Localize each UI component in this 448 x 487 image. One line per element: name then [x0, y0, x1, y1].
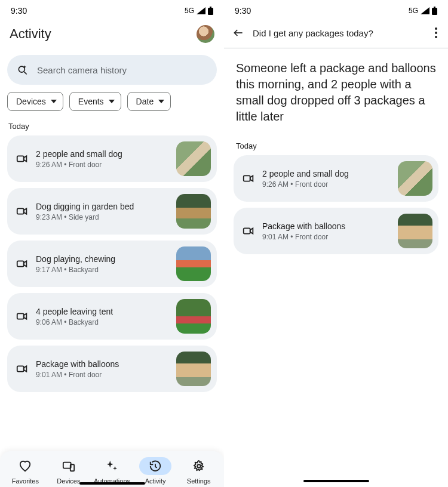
svg-rect-6: [17, 261, 24, 266]
status-icons: 5G: [185, 7, 213, 15]
status-bar: 9:30 5G: [224, 0, 448, 19]
event-row[interactable]: Dog playing, chewing9:17 AM • Backyard: [7, 241, 217, 287]
event-thumbnail: [176, 246, 211, 281]
event-row[interactable]: 4 people leaving tent9:06 AM • Backyard: [7, 293, 217, 340]
page-title: Activity: [10, 26, 51, 42]
bottom-nav: Favorites Devices Automations Activity S…: [0, 451, 224, 487]
svg-point-11: [197, 464, 201, 468]
network-label: 5G: [185, 7, 194, 15]
history-icon: [149, 460, 162, 473]
nav-label: Devices: [57, 477, 80, 485]
phone-right: 9:30 5G Did I get any packages today? So…: [224, 0, 448, 487]
event-subtitle: 9:26 AM • Front door: [36, 161, 169, 169]
chip-date[interactable]: Date: [127, 92, 171, 111]
search-placeholder: Search camera history: [37, 65, 127, 75]
camera-icon: [16, 257, 29, 270]
event-title: Package with balloons: [262, 221, 391, 232]
search-input[interactable]: Search camera history: [7, 55, 217, 85]
event-text: Dog digging in garden bed9:23 AM • Side …: [36, 201, 169, 221]
sparkles-icon: [105, 460, 118, 473]
phone-left: 9:30 5G Activity Search camera history D…: [0, 0, 224, 487]
query-text: Did I get any packages today?: [253, 28, 424, 38]
battery-icon: [432, 7, 437, 15]
home-indicator[interactable]: [303, 480, 369, 482]
event-title: 2 people and small dog: [262, 168, 391, 179]
svg-rect-13: [434, 7, 435, 8]
back-arrow-icon[interactable]: [232, 27, 244, 39]
event-text: Package with balloons9:01 AM • Front doo…: [36, 359, 169, 379]
event-subtitle: 9:23 AM • Side yard: [36, 213, 169, 221]
event-row[interactable]: 2 people and small dog9:26 AM • Front do…: [234, 155, 438, 202]
nav-favorites[interactable]: Favorites: [5, 457, 45, 485]
chevron-down-icon: [109, 100, 115, 103]
event-subtitle: 9:06 AM • Backyard: [36, 318, 169, 326]
battery-icon: [208, 7, 213, 15]
event-list: 2 people and small dog9:26 AM • Front do…: [224, 155, 448, 254]
chip-label: Events: [78, 97, 104, 106]
svg-line-3: [24, 72, 27, 74]
network-label: 5G: [409, 7, 418, 15]
answer-text: Someone left a package and balloons this…: [224, 48, 448, 131]
svg-rect-5: [17, 208, 24, 214]
event-text: Dog playing, chewing9:17 AM • Backyard: [36, 254, 169, 274]
more-options-button[interactable]: [432, 25, 440, 41]
signal-icon: [197, 7, 205, 14]
camera-icon: [16, 205, 29, 218]
svg-rect-9: [63, 463, 71, 468]
query-header: Did I get any packages today?: [224, 19, 448, 48]
event-row[interactable]: Package with balloons9:01 AM • Front doo…: [234, 208, 438, 254]
event-thumbnail: [398, 161, 432, 196]
status-bar: 9:30 5G: [0, 0, 224, 19]
svg-rect-8: [17, 366, 24, 371]
event-subtitle: 9:01 AM • Front door: [262, 233, 391, 241]
chip-events[interactable]: Events: [69, 92, 121, 111]
camera-icon: [242, 224, 255, 238]
chevron-down-icon: [158, 100, 164, 103]
camera-icon: [16, 362, 29, 375]
avatar[interactable]: [197, 25, 214, 43]
event-thumbnail: [176, 194, 211, 229]
status-time: 9:30: [235, 6, 251, 16]
nav-label: Favorites: [12, 477, 39, 485]
event-title: 4 people leaving tent: [36, 306, 169, 317]
chip-label: Devices: [16, 97, 46, 106]
page-header: Activity: [0, 19, 224, 50]
event-text: Package with balloons9:01 AM • Front doo…: [262, 221, 391, 241]
event-subtitle: 9:17 AM • Backyard: [36, 266, 169, 274]
camera-icon: [16, 152, 29, 165]
nav-settings[interactable]: Settings: [179, 457, 219, 485]
camera-icon: [16, 310, 29, 323]
chevron-down-icon: [51, 100, 57, 103]
event-title: 2 people and small dog: [36, 149, 169, 159]
event-row[interactable]: Package with balloons9:01 AM • Front doo…: [7, 346, 217, 392]
svg-rect-15: [244, 175, 250, 181]
event-list: 2 people and small dog9:26 AM • Front do…: [0, 135, 224, 392]
event-row[interactable]: Dog digging in garden bed9:23 AM • Side …: [7, 188, 217, 235]
heart-icon: [19, 460, 32, 473]
status-time: 9:30: [11, 6, 27, 16]
nav-label: Settings: [187, 477, 211, 485]
event-title: Dog playing, chewing: [36, 254, 169, 264]
nav-devices[interactable]: Devices: [48, 457, 89, 485]
devices-icon: [62, 460, 75, 473]
event-subtitle: 9:01 AM • Front door: [36, 371, 169, 379]
home-indicator[interactable]: [79, 482, 145, 485]
nav-label: Activity: [145, 477, 166, 485]
chip-label: Date: [136, 97, 154, 106]
nav-activity[interactable]: Activity: [135, 457, 176, 485]
nav-automations[interactable]: Automations: [91, 457, 132, 485]
event-thumbnail: [176, 352, 211, 386]
event-text: 2 people and small dog9:26 AM • Front do…: [262, 168, 391, 189]
svg-point-2: [19, 66, 24, 72]
event-thumbnail: [176, 141, 211, 176]
gear-icon: [192, 460, 205, 473]
section-label-today: Today: [0, 119, 224, 135]
event-thumbnail: [398, 214, 432, 248]
svg-rect-16: [244, 228, 250, 233]
event-row[interactable]: 2 people and small dog9:26 AM • Front do…: [7, 135, 217, 182]
svg-rect-4: [17, 156, 24, 161]
event-text: 4 people leaving tent9:06 AM • Backyard: [36, 306, 169, 326]
signal-icon: [421, 7, 429, 14]
event-text: 2 people and small dog9:26 AM • Front do…: [36, 149, 169, 169]
chip-devices[interactable]: Devices: [7, 92, 63, 111]
